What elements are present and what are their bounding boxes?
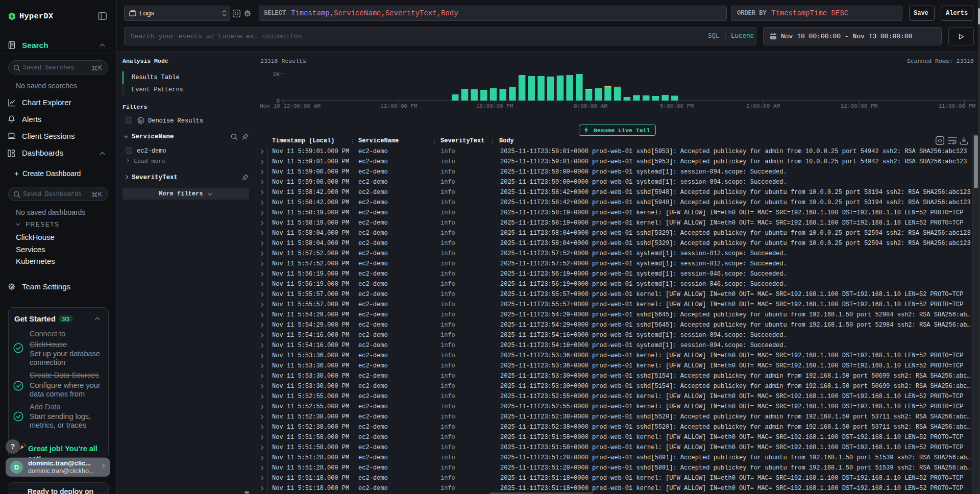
svg-text:10:00:00 PM: 10:00:00 PM: [476, 103, 513, 109]
svg-text:2:00:00 AM: 2:00:00 AM: [746, 103, 780, 109]
svg-text:12:00:00 PM: 12:00:00 PM: [380, 103, 418, 109]
svg-text:11:00:00 PM: 11:00:00 PM: [938, 103, 975, 109]
svg-text:12:00:00 PM: 12:00:00 PM: [841, 103, 878, 109]
svg-text:8:00:00 AM: 8:00:00 AM: [574, 103, 607, 109]
svg-text:Nov 10 12:00:00 AM: Nov 10 12:00:00 AM: [260, 103, 321, 109]
svg-text:2K: 2K: [273, 71, 280, 78]
svg-text:5:00:00 PM: 5:00:00 PM: [660, 103, 694, 109]
